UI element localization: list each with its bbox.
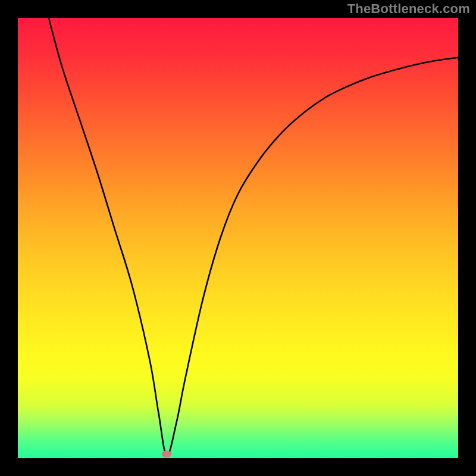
watermark-text: TheBottleneck.com xyxy=(347,1,470,17)
curve-svg xyxy=(18,18,458,458)
plot-area xyxy=(18,18,458,458)
chart-frame: TheBottleneck.com xyxy=(0,0,476,476)
minimum-marker xyxy=(162,450,172,457)
bottleneck-curve-path xyxy=(49,18,458,456)
